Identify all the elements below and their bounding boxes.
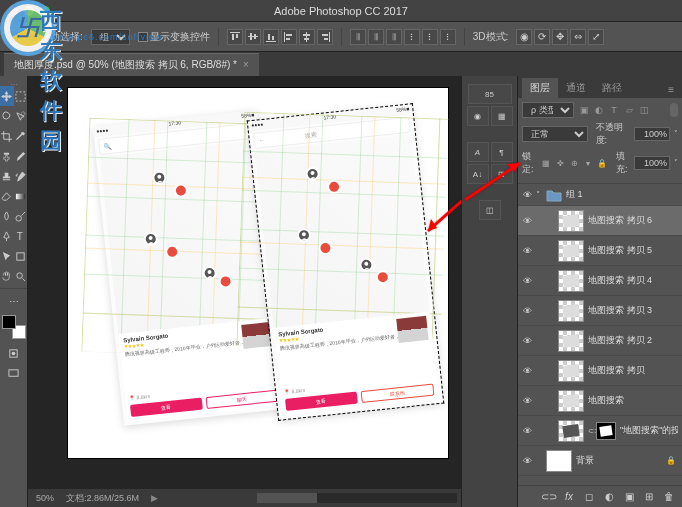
layer-thumbnail[interactable] [558, 420, 584, 442]
3d-scale-icon[interactable]: ⤢ [588, 29, 604, 45]
dock-tab-crop[interactable]: ◫ [479, 200, 501, 220]
visibility-toggle[interactable]: 👁 [518, 426, 536, 436]
dock-tab-glyph[interactable]: A↓ [467, 164, 489, 184]
new-group-button[interactable]: ▣ [622, 490, 636, 504]
align-hcenter-icon[interactable] [299, 29, 315, 45]
fill-input[interactable] [634, 156, 670, 170]
3d-slide-icon[interactable]: ⇔ [570, 29, 586, 45]
mask-thumbnail[interactable] [596, 422, 616, 440]
canvas[interactable]: ●●●●17:3058%■ 🔍 Sylvain Sorgato ★★★★★ 腾讯… [68, 88, 448, 458]
layer-row[interactable]: 👁 地图搜索 拷贝 6 [518, 206, 682, 236]
hand-tool[interactable] [0, 266, 14, 286]
layer-row[interactable]: 👁 地图搜索 拷贝 4 [518, 266, 682, 296]
color-swatches[interactable] [2, 315, 26, 339]
pen-tool[interactable] [0, 226, 14, 246]
tab-layers[interactable]: 图层 [522, 78, 558, 98]
layer-row[interactable]: 👁 ⊂⊃ "地图搜索"的投影 [518, 416, 682, 446]
lock-pixels-icon[interactable]: ▦ [540, 157, 552, 169]
zoom-display[interactable]: 50% [36, 493, 54, 503]
type-tool[interactable]: T [14, 226, 28, 246]
blend-mode-dropdown[interactable]: 正常 [522, 126, 588, 142]
filter-kind-dropdown[interactable]: ρ 类型类型 [522, 102, 574, 118]
dock-tab-swatches[interactable]: ▦ [491, 106, 513, 126]
dist-right-icon[interactable]: ⫶ [440, 29, 456, 45]
lock-position-icon[interactable]: ✜ [554, 157, 566, 169]
stamp-tool[interactable] [0, 166, 14, 186]
edit-toolbar-button[interactable]: ⋯ [0, 291, 27, 311]
brush-tool[interactable] [14, 146, 28, 166]
doc-info[interactable]: 文档:2.86M/25.6M [66, 492, 139, 505]
3d-pan-icon[interactable]: ✥ [552, 29, 568, 45]
filter-smart-icon[interactable]: ◫ [638, 104, 650, 116]
opacity-input[interactable] [634, 127, 670, 141]
align-bottom-icon[interactable] [263, 29, 279, 45]
panel-menu-icon[interactable]: ≡ [660, 81, 682, 98]
layer-thumbnail[interactable] [558, 390, 584, 412]
visibility-toggle[interactable]: 👁 [518, 396, 536, 406]
foreground-color-swatch[interactable] [2, 315, 16, 329]
dock-tab-5[interactable]: ⊞ [491, 164, 513, 184]
layer-thumbnail[interactable] [558, 240, 584, 262]
layer-thumbnail[interactable] [558, 360, 584, 382]
blur-tool[interactable] [0, 206, 14, 226]
adjustment-layer-button[interactable]: ◐ [602, 490, 616, 504]
move-tool[interactable] [0, 86, 14, 106]
layer-row[interactable]: 👁 地图搜索 拷贝 3 [518, 296, 682, 326]
quick-mask-button[interactable] [0, 343, 27, 363]
visibility-toggle[interactable]: 👁 [518, 216, 536, 226]
healing-tool[interactable] [0, 146, 14, 166]
tab-close-icon[interactable]: × [243, 59, 249, 70]
filter-toggle[interactable] [670, 103, 678, 117]
marquee-tool[interactable] [14, 86, 28, 106]
dock-tab-color[interactable]: ◉ [467, 106, 489, 126]
layer-row[interactable]: 👁 地图搜索 [518, 386, 682, 416]
canvas-area[interactable]: ●●●●17:3058%■ 🔍 Sylvain Sorgato ★★★★★ 腾讯… [28, 76, 461, 507]
screen-mode-button[interactable] [0, 363, 27, 383]
shape-tool[interactable] [14, 246, 28, 266]
eraser-tool[interactable] [0, 186, 14, 206]
align-right-icon[interactable] [317, 29, 333, 45]
visibility-toggle[interactable]: 👁 [518, 246, 536, 256]
visibility-toggle[interactable]: 👁 [518, 336, 536, 346]
dist-top-icon[interactable]: ⫴ [350, 29, 366, 45]
filter-adjust-icon[interactable]: ◐ [593, 104, 605, 116]
dist-vcenter-icon[interactable]: ⫴ [368, 29, 384, 45]
visibility-toggle[interactable]: 👁 [518, 276, 536, 286]
tab-channels[interactable]: 通道 [558, 78, 594, 98]
delete-layer-button[interactable]: 🗑 [662, 490, 676, 504]
visibility-toggle[interactable]: 👁 [518, 306, 536, 316]
link-layers-button[interactable]: ⊂⊃ [542, 490, 556, 504]
mockup-right-selected[interactable]: ●●●●17:3058%■ ← 搜索 Sylvain Sorgato ★★★★★… [248, 104, 443, 420]
layer-row[interactable]: 👁 地图搜索 拷贝 2 [518, 326, 682, 356]
align-vcenter-icon[interactable] [245, 29, 261, 45]
layer-background[interactable]: 👁 背景 🔒 [518, 446, 682, 476]
tab-paths[interactable]: 路径 [594, 78, 630, 98]
fold-toggle[interactable]: ˅ [536, 190, 546, 199]
dodge-tool[interactable] [14, 206, 28, 226]
layer-thumbnail[interactable] [558, 210, 584, 232]
align-top-icon[interactable] [227, 29, 243, 45]
new-layer-button[interactable]: ⊞ [642, 490, 656, 504]
lasso-tool[interactable] [0, 106, 14, 126]
layer-thumbnail[interactable] [558, 330, 584, 352]
3d-orbit-icon[interactable]: ◉ [516, 29, 532, 45]
dock-tab-history[interactable]: 85 [468, 84, 512, 104]
lock-all-icon[interactable]: 🔒 [596, 157, 608, 169]
layer-thumbnail[interactable] [546, 450, 572, 472]
layer-mask-button[interactable]: ◻ [582, 490, 596, 504]
align-left-icon[interactable] [281, 29, 297, 45]
visibility-toggle[interactable]: 👁 [518, 366, 536, 376]
layer-thumbnail[interactable] [558, 270, 584, 292]
gradient-tool[interactable] [14, 186, 28, 206]
path-select-tool[interactable] [0, 246, 14, 266]
filter-pixel-icon[interactable]: ▣ [578, 104, 590, 116]
layer-row[interactable]: 👁 地图搜索 拷贝 [518, 356, 682, 386]
eyedropper-tool[interactable] [14, 126, 28, 146]
quick-select-tool[interactable] [14, 106, 28, 126]
lock-nest-icon[interactable]: ▾ [582, 157, 594, 169]
layer-group[interactable]: 👁 ˅ 组 1 [518, 184, 682, 206]
dist-hcenter-icon[interactable]: ⫶ [422, 29, 438, 45]
dock-tab-char[interactable]: A [467, 142, 489, 162]
visibility-toggle[interactable]: 👁 [518, 456, 536, 466]
layer-fx-button[interactable]: fx [562, 490, 576, 504]
